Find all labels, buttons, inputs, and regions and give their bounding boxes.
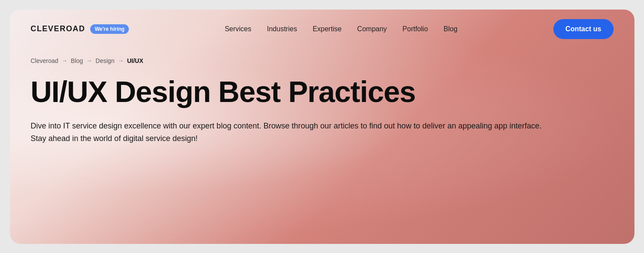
nav-industries[interactable]: Industries	[267, 25, 297, 33]
breadcrumb: Cleveroad → Blog → Design → UI/UX	[10, 49, 634, 69]
page-wrapper: CLEVEROAD We're hiring Services Industri…	[0, 0, 644, 253]
navbar-left: CLEVEROAD We're hiring	[31, 24, 129, 34]
hero-card: CLEVEROAD We're hiring Services Industri…	[10, 10, 634, 244]
breadcrumb-item-home[interactable]: Cleveroad	[31, 57, 59, 64]
breadcrumb-arrow-3: →	[118, 57, 124, 64]
navbar-center: Services Industries Expertise Company Po…	[225, 25, 458, 33]
logo: CLEVEROAD	[31, 24, 85, 33]
breadcrumb-item-blog[interactable]: Blog	[71, 57, 83, 64]
hero-content: UI/UX Design Best Practices Dive into IT…	[10, 69, 634, 244]
breadcrumb-arrow-2: →	[86, 57, 92, 64]
breadcrumb-item-uiux: UI/UX	[127, 57, 143, 64]
hero-title: UI/UX Design Best Practices	[31, 76, 508, 108]
nav-company[interactable]: Company	[357, 25, 387, 33]
hiring-badge: We're hiring	[90, 24, 129, 34]
breadcrumb-arrow-1: →	[62, 57, 67, 64]
content-layer: CLEVEROAD We're hiring Services Industri…	[10, 10, 634, 244]
contact-button[interactable]: Contact us	[553, 19, 614, 39]
navbar: CLEVEROAD We're hiring Services Industri…	[10, 10, 634, 49]
hero-description: Dive into IT service design excellence w…	[31, 120, 551, 145]
nav-expertise[interactable]: Expertise	[313, 25, 342, 33]
nav-portfolio[interactable]: Portfolio	[402, 25, 428, 33]
breadcrumb-item-design[interactable]: Design	[95, 57, 114, 64]
nav-services[interactable]: Services	[225, 25, 251, 33]
nav-blog[interactable]: Blog	[444, 25, 458, 33]
